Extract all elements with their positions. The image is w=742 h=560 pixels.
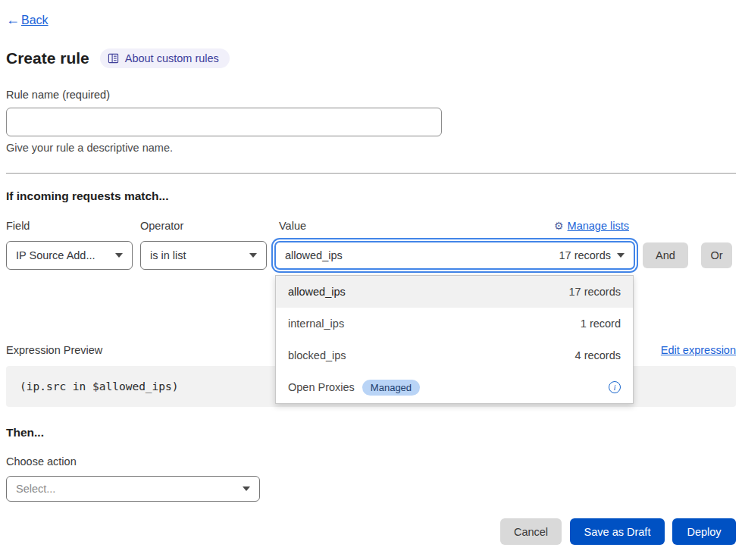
expression-preview-label: Expression Preview	[6, 344, 102, 356]
expression-code: (ip.src in $allowed_ips)	[20, 380, 179, 393]
operator-select-value: is in list	[150, 249, 186, 261]
cancel-button[interactable]: Cancel	[500, 518, 562, 545]
back-link[interactable]: ←Back	[6, 12, 49, 28]
choose-action-label: Choose action	[6, 455, 77, 468]
back-label: Back	[21, 14, 49, 27]
list-item-record-count: 4 records	[575, 349, 621, 361]
field-select[interactable]: IP Source Add...	[6, 241, 133, 270]
about-custom-rules-label: About custom rules	[125, 52, 219, 64]
about-custom-rules-link[interactable]: About custom rules	[100, 48, 230, 68]
or-button[interactable]: Or	[701, 242, 732, 268]
value-select-value: allowed_ips	[285, 249, 343, 261]
action-select-placeholder: Select...	[16, 483, 55, 495]
value-select[interactable]: allowed_ips 17 records	[274, 241, 635, 270]
list-item-name: internal_ips	[288, 318, 344, 330]
field-column-label: Field	[6, 220, 30, 232]
section-divider	[6, 173, 736, 174]
manage-lists-label: Manage lists	[568, 220, 629, 232]
action-select[interactable]: Select...	[6, 476, 260, 502]
list-item-record-count: 17 records	[568, 286, 621, 298]
edit-expression-link[interactable]: Edit expression	[661, 344, 736, 356]
operator-column-label: Operator	[140, 220, 183, 232]
book-icon	[108, 53, 119, 64]
list-item-record-count: 1 record	[581, 318, 621, 330]
back-arrow-icon: ←	[6, 12, 20, 28]
manage-lists-link[interactable]: ⚙ Manage lists	[554, 220, 629, 232]
chevron-down-icon	[243, 486, 250, 491]
chevron-down-icon	[115, 253, 123, 258]
value-select-record-count: 17 records	[559, 249, 611, 261]
value-dropdown-menu: allowed_ips 17 records internal_ips 1 re…	[275, 275, 634, 404]
list-item-name: Open Proxies	[288, 381, 355, 393]
rule-name-label: Rule name (required)	[6, 89, 110, 101]
rule-name-input[interactable]	[6, 108, 442, 136]
operator-select[interactable]: is in list	[140, 241, 267, 270]
deploy-button[interactable]: Deploy	[672, 518, 736, 545]
list-item-blocked-ips[interactable]: blocked_ips 4 records	[276, 339, 633, 371]
list-item-name: blocked_ips	[288, 349, 346, 361]
list-item-allowed-ips[interactable]: allowed_ips 17 records	[276, 276, 633, 308]
info-icon[interactable]: i	[609, 381, 621, 393]
list-item-internal-ips[interactable]: internal_ips 1 record	[276, 308, 633, 339]
managed-badge: Managed	[362, 380, 420, 396]
rule-name-helper: Give your rule a descriptive name.	[6, 142, 173, 154]
list-item-name: allowed_ips	[288, 286, 346, 298]
list-item-open-proxies[interactable]: Open Proxies Managed i	[276, 371, 633, 403]
then-section-title: Then...	[6, 426, 44, 440]
gear-icon: ⚙	[554, 220, 564, 232]
and-button[interactable]: And	[643, 242, 688, 268]
chevron-down-icon	[617, 253, 625, 258]
create-rule-page: ←Back Create rule About custom rules Rul…	[0, 0, 742, 560]
chevron-down-icon	[249, 253, 257, 258]
field-select-value: IP Source Add...	[16, 249, 95, 261]
match-section-title: If incoming requests match...	[6, 189, 168, 203]
save-as-draft-button[interactable]: Save as Draft	[570, 518, 665, 545]
title-row: Create rule About custom rules	[6, 48, 230, 68]
page-title: Create rule	[6, 49, 89, 67]
value-column-label: Value	[279, 220, 306, 232]
